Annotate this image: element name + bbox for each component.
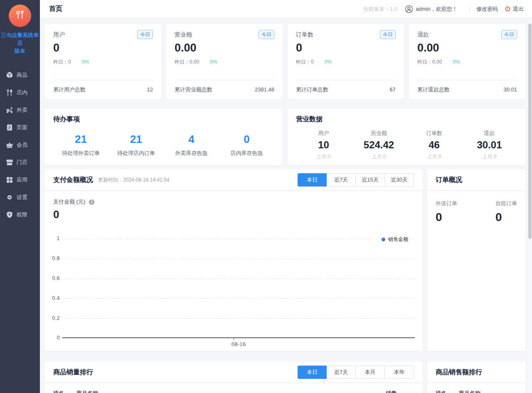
todo-item[interactable]: 21 待处理店内订单 [108, 133, 164, 157]
sidebar-item-members[interactable]: 会员 [0, 136, 40, 154]
scooter-icon [6, 106, 13, 114]
chart-legend[interactable]: 销售金额 [382, 236, 408, 243]
sales-ranking-title: 商品销量排行 [53, 368, 93, 377]
y-tick: 0.4 [50, 295, 60, 301]
top-bar: 首页 当前版本：1.0 admin，欢迎您！ | 修改密码 退出 [40, 0, 532, 18]
apps-icon [6, 176, 13, 184]
todo-label: 外卖库存告急 [164, 150, 219, 157]
line-chart-plot-area [62, 239, 415, 338]
percent-change: 0% [325, 59, 332, 65]
order-overview-card: 订单概况 外送订单 0 自提订单 0 [427, 169, 525, 351]
sidebar-item-label: 商品 [17, 71, 27, 79]
x-axis-tick [234, 338, 234, 340]
total-label: 累计退款总数 [417, 86, 450, 93]
tab-7days[interactable]: 近7天 [327, 173, 356, 187]
todo-title: 待办事项 [53, 115, 274, 124]
column-rank: 排名 [53, 390, 76, 393]
business-lastmonth: 上月:0 [351, 153, 406, 160]
pickup-orders: 自提订单 0 [495, 200, 517, 224]
business-value: 30.01 [462, 139, 517, 151]
sidebar-item-label: 外卖 [17, 106, 27, 114]
sidebar-item-label: 页面 [17, 124, 27, 131]
stat-title: 用户 [53, 30, 65, 39]
todo-item[interactable]: 0 店内库存告急 [219, 133, 274, 157]
sidebar-item-takeout[interactable]: 外卖 [0, 101, 40, 119]
today-badge: 今日 [380, 30, 396, 39]
todo-count: 4 [164, 133, 219, 146]
percent-change: 0% [210, 59, 217, 65]
tab-month[interactable]: 本月 [356, 366, 385, 379]
crown-icon [6, 141, 13, 149]
stat-value: 0.00 [417, 42, 517, 54]
stat-card-users: 用户 今日 0 昨日：00% 累计用户总数 12 [45, 24, 161, 99]
todo-card: 待办事项 21 待处理外卖订单 21 待处理店内订单 4 外卖库存告急 0 店内… [45, 109, 283, 165]
metric-label: 支付金额 (元) [53, 198, 85, 206]
yesterday-value: 昨日：0.00 [175, 59, 199, 65]
business-item: 退款 30.01 上月:0 [462, 130, 517, 160]
tab-today[interactable]: 本日 [298, 173, 327, 187]
avatar-icon [405, 5, 413, 13]
updated-timestamp: 更新时间：2024-08-16 14:41:54 [98, 177, 169, 184]
todo-count: 21 [53, 133, 108, 146]
tab-15days[interactable]: 近15天 [356, 173, 385, 187]
todo-item[interactable]: 21 待处理外卖订单 [53, 133, 108, 157]
today-badge: 今日 [137, 30, 153, 39]
page-icon [6, 124, 13, 131]
column-product-name: 商品名称 [459, 390, 517, 393]
store-icon [6, 159, 13, 166]
scrollbar-thumb[interactable] [528, 24, 532, 239]
stat-title: 订单数 [296, 30, 313, 39]
tab-30days[interactable]: 近30天 [385, 173, 414, 187]
business-item: 营业额 524.42 上月:0 [351, 130, 406, 160]
business-lastmonth: 上月:0 [462, 153, 517, 160]
total-value: 12 [147, 86, 153, 93]
y-tick: 0 [50, 335, 60, 341]
x-tick-label: 08-16 [62, 341, 415, 347]
stat-card-revenue: 营业额 今日 0.00 昨日：0.000% 累计营业额总数 2381.48 [166, 24, 283, 99]
business-value: 46 [406, 139, 462, 151]
brand-name: 三勾点餐系统单店 版本 [0, 31, 40, 55]
tab-7days[interactable]: 近7天 [327, 366, 356, 379]
total-label: 累计订单总数 [296, 86, 328, 93]
user-menu[interactable]: admin，欢迎您！ [405, 5, 457, 13]
todo-label: 待处理外卖订单 [53, 150, 108, 157]
payment-title: 支付金额概况 [53, 176, 93, 184]
sidebar-item-apps[interactable]: 应用 [0, 171, 40, 189]
info-icon[interactable] [89, 199, 95, 205]
total-value: 2381.48 [255, 86, 274, 93]
percent-change: 0% [82, 59, 89, 65]
sidebar-item-permissions[interactable]: 权限 [0, 206, 40, 224]
stat-title: 营业额 [175, 30, 192, 39]
total-label: 累计用户总数 [53, 86, 86, 93]
column-rank: 排名 [436, 390, 459, 393]
todo-count: 21 [108, 133, 164, 146]
sidebar-item-instore[interactable]: 店内 [0, 84, 40, 101]
payment-range-tabs: 本日 近7天 近15天 近30天 [298, 173, 414, 187]
legend-label: 销售金额 [388, 236, 408, 243]
metric-value: 0 [53, 208, 414, 221]
change-password-link[interactable]: 修改密码 [476, 5, 498, 13]
business-data-card: 营业数据 用户 10 上月:0 营业额 524.42 上月:0 订单数 46 上… [288, 109, 525, 165]
business-item: 用户 10 上月:0 [296, 130, 351, 160]
business-label: 订单数 [406, 130, 462, 137]
main-content: 用户 今日 0 昨日：00% 累计用户总数 12 营业额 今日 0.00 昨日：… [40, 18, 532, 393]
sidebar-item-settings[interactable]: 设置 [0, 189, 40, 206]
sidebar-item-pages[interactable]: 页面 [0, 119, 40, 136]
stat-title: 退款 [417, 30, 429, 39]
today-badge: 今日 [501, 30, 517, 39]
logout-button[interactable]: 退出 [505, 5, 524, 13]
sidebar-item-stores[interactable]: 门店 [0, 154, 40, 171]
payment-overview-card: 支付金额概况 更新时间：2024-08-16 14:41:54 本日 近7天 近… [45, 169, 422, 351]
sidebar-item-label: 门店 [17, 159, 27, 166]
order-overview-title: 订单概况 [436, 176, 462, 184]
todo-item[interactable]: 4 外卖库存告急 [164, 133, 219, 157]
sidebar-item-goods[interactable]: 商品 [0, 66, 40, 84]
business-value: 524.42 [351, 139, 406, 151]
yesterday-value: 昨日：0.00 [417, 59, 442, 65]
y-tick: 0.2 [50, 315, 60, 321]
tab-year[interactable]: 本年 [385, 366, 414, 379]
version-label: 当前版本：1.0 [363, 5, 397, 13]
y-tick: 0.8 [50, 255, 60, 261]
tab-today[interactable]: 本日 [298, 366, 327, 379]
power-icon [505, 6, 511, 12]
